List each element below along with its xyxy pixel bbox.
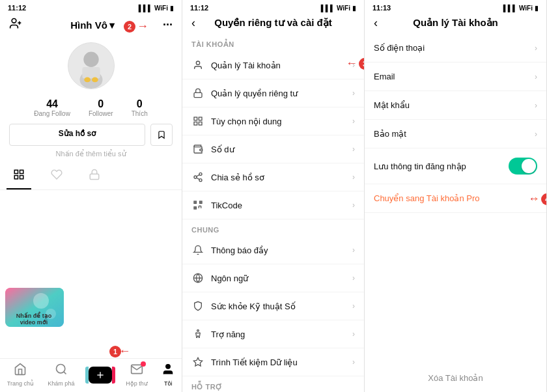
- signal-icon: ▌▌▌: [139, 5, 152, 12]
- delete-account-button[interactable]: Xóa Tài khoản: [365, 364, 546, 392]
- tab-liked[interactable]: [44, 163, 69, 189]
- bookmark-button[interactable]: [150, 124, 173, 146]
- svg-line-18: [64, 372, 66, 374]
- settings-list: TÀI KHOẢN Quản lý Tài khoản › ← 3: [182, 34, 364, 392]
- dropdown-arrow[interactable]: ▾: [109, 20, 115, 31]
- nav-search-label: Khám phá: [48, 380, 74, 387]
- nav-profile-label: Tôi: [164, 380, 173, 387]
- chevron-pro: ›: [535, 194, 537, 203]
- save-login-toggle[interactable]: [509, 158, 537, 175]
- svg-point-29: [194, 176, 197, 178]
- qr-icon: [191, 199, 204, 212]
- svg-rect-12: [14, 176, 18, 179]
- svg-point-8: [91, 77, 98, 83]
- nav-home[interactable]: Trang chủ: [7, 363, 34, 387]
- profile-header: Hình Vô ▾ ···: [0, 14, 182, 37]
- settings-item-language[interactable]: Ngôn ngữ ›: [182, 264, 364, 292]
- chevron-icon-10: ›: [352, 357, 355, 367]
- language-label: Ngôn ngữ: [211, 273, 352, 283]
- battery-icon: ▮: [170, 5, 174, 12]
- follower-label: Follower: [89, 110, 113, 117]
- status-bar-1: 11:12 ▌▌▌ WiFi ▮: [0, 0, 182, 14]
- account-item-password[interactable]: Mật khẩu ›: [365, 91, 546, 120]
- account-item-security[interactable]: Bảo mật ›: [365, 120, 546, 148]
- annotation-4: ← 4: [528, 192, 547, 206]
- settings-item-health[interactable]: Sức khỏe Kỹ thuật Số ›: [182, 292, 364, 320]
- settings-item-content[interactable]: Tùy chọn nội dung ›: [182, 107, 364, 135]
- settings-item-accessibility[interactable]: Trợ năng ›: [182, 320, 364, 348]
- svg-point-28: [199, 173, 202, 175]
- edit-profile-button[interactable]: Sửa hồ sơ: [9, 124, 145, 146]
- svg-point-7: [84, 77, 91, 83]
- settings-header: ‹ Quyền riêng tư và cài đặt: [182, 14, 364, 34]
- svg-point-22: [196, 61, 199, 64]
- account-item-savelogin[interactable]: Lưu thông tin đăng nhập: [365, 148, 546, 184]
- wifi-icon-3: WiFi: [519, 5, 533, 12]
- chevron-icon-7: ›: [352, 273, 355, 283]
- account-item-pro[interactable]: Chuyển sang Tài khoản Pro › ← 4: [365, 184, 546, 213]
- account-panel: 11:13 ▌▌▌ WiFi ▮ ‹ Quản lý Tài khoản Số …: [365, 0, 547, 392]
- content-tabs: [0, 163, 182, 190]
- nav-search[interactable]: Khám phá: [48, 363, 74, 387]
- svg-line-32: [197, 175, 200, 176]
- account-label: Quản lý Tài khoản: [211, 61, 352, 70]
- svg-rect-6: [82, 67, 100, 79]
- chevron-icon-0: ›: [352, 61, 355, 70]
- tab-private[interactable]: [82, 163, 107, 189]
- savelogin-label: Lưu thông tin đăng nhập: [374, 161, 466, 171]
- stat-following[interactable]: 44 Đang Follow: [34, 98, 70, 117]
- account-title: Quản lý Tài khoản: [413, 17, 498, 29]
- profile-icon: [161, 363, 175, 379]
- chevron-icon-1: ›: [352, 89, 355, 98]
- svg-point-30: [199, 179, 202, 182]
- bio-hint[interactable]: Nhấn để thêm tiểu sử: [0, 148, 182, 163]
- nav-create[interactable]: [89, 367, 112, 384]
- settings-item-share[interactable]: Chia sẻ hồ sơ ›: [182, 163, 364, 191]
- tab-videos[interactable]: [7, 163, 31, 189]
- svg-point-17: [56, 365, 64, 373]
- avatar[interactable]: [68, 42, 115, 89]
- settings-item-account[interactable]: Quản lý Tài khoản › ← 3: [182, 51, 364, 79]
- settings-item-datasaver[interactable]: Trình Tiết kiệm Dữ liệu ›: [182, 348, 364, 376]
- data-icon: [191, 356, 204, 369]
- nav-profile[interactable]: Tôi: [161, 363, 175, 387]
- stat-likes[interactable]: 0 Thích: [132, 98, 148, 117]
- settings-item-balance[interactable]: Số dư ›: [182, 135, 364, 163]
- svg-point-0: [12, 19, 16, 23]
- likes-count: 0: [137, 98, 143, 110]
- create-icon[interactable]: [89, 367, 112, 384]
- settings-item-privacy[interactable]: Quản lý quyền riêng tư ›: [182, 79, 364, 107]
- chevron-icon-9: ›: [352, 329, 355, 339]
- svg-rect-27: [194, 122, 197, 125]
- back-button-2[interactable]: ‹: [191, 16, 195, 30]
- svg-rect-24: [194, 117, 197, 120]
- language-icon: [191, 272, 204, 285]
- svg-line-31: [197, 178, 200, 180]
- account-item-email[interactable]: Email ›: [365, 63, 546, 91]
- inbox-badge: [141, 361, 146, 367]
- svg-rect-10: [20, 170, 23, 173]
- nav-inbox[interactable]: Hộp thư: [126, 363, 148, 387]
- wifi-icon: WiFi: [154, 5, 168, 12]
- settings-item-notification[interactable]: Thông báo đầy ›: [182, 236, 364, 264]
- profile-title: Hình Vô ▾: [70, 20, 115, 31]
- phone-label: Số điện thoại: [374, 43, 425, 53]
- accessibility-icon: [191, 328, 204, 341]
- add-friend-icon[interactable]: [9, 17, 22, 33]
- profile-panel: 11:12 ▌▌▌ WiFi ▮ Hình Vô ▾ ··· 2 →: [0, 0, 182, 392]
- home-icon: [14, 363, 27, 379]
- account-list: Số điện thoại › Email › Mật khẩu › Bảo m…: [365, 34, 546, 213]
- svg-rect-37: [200, 202, 201, 203]
- settings-item-tikcode[interactable]: TikCode ›: [182, 191, 364, 219]
- back-button-3[interactable]: ‹: [374, 16, 378, 30]
- more-options-icon[interactable]: ···: [163, 18, 173, 32]
- time-3: 11:13: [372, 4, 391, 12]
- password-label: Mật khẩu: [374, 100, 410, 110]
- grid-icon: [191, 115, 204, 128]
- time-2: 11:12: [190, 4, 208, 12]
- pro-label: Chuyển sang Tài khoản Pro: [374, 193, 479, 203]
- share-label: Chia sẻ hồ sơ: [211, 173, 352, 182]
- stat-follower[interactable]: 0 Follower: [89, 98, 113, 117]
- account-item-phone[interactable]: Số điện thoại ›: [365, 34, 546, 63]
- chevron-phone: ›: [535, 44, 537, 53]
